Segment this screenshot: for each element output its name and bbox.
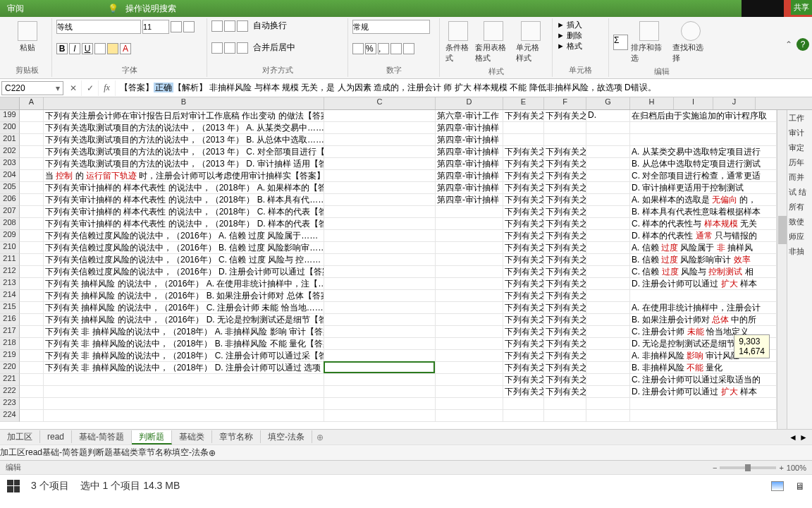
cell-G213[interactable]: [586, 278, 630, 289]
cell-G214[interactable]: [586, 290, 630, 301]
cell-H207[interactable]: B. 样本具有代表性意味着根据样本: [630, 206, 777, 217]
col-header-I[interactable]: I: [674, 97, 713, 109]
cell-D203[interactable]: 第四章-审计抽样: [436, 158, 503, 169]
cell-A201[interactable]: [20, 134, 44, 145]
cell-E218[interactable]: 下列有关之: [503, 338, 544, 349]
cell-H208[interactable]: C. 样本的代表性与 样本规模 无关: [630, 218, 777, 229]
cell-D221[interactable]: [436, 374, 503, 385]
sheet-tab-判断题[interactable]: 判断题: [132, 430, 172, 445]
cell-D224[interactable]: [436, 410, 503, 421]
bold-button[interactable]: B: [56, 43, 68, 54]
cell-C204[interactable]: [324, 170, 436, 181]
cell-B208[interactable]: 下列有关审计抽样的 样本代表性 的说法中，（2018年） D. 样本的代表【答案…: [44, 218, 324, 229]
align-right[interactable]: [237, 42, 248, 54]
cell-F217[interactable]: 下列有关之: [544, 326, 586, 337]
cell-E222[interactable]: 下列有关之: [503, 386, 544, 397]
cell-G212[interactable]: [586, 266, 630, 277]
cell-G209[interactable]: [586, 230, 630, 241]
autosum-button[interactable]: Σ: [613, 35, 628, 50]
cancel-edit-button[interactable]: ✕: [65, 80, 82, 96]
cell-E209[interactable]: 下列有关之: [503, 230, 544, 241]
cell-F213[interactable]: 下列有关之: [544, 278, 586, 289]
cell-G224[interactable]: [586, 410, 630, 421]
cell-C209[interactable]: [324, 230, 436, 241]
cell-A200[interactable]: [20, 122, 44, 133]
cell-C223[interactable]: [324, 398, 436, 409]
col-header-D[interactable]: D: [436, 97, 503, 109]
sort-filter-button[interactable]: 排序和筛选: [629, 20, 669, 65]
cell-F206[interactable]: 下列有关之: [544, 194, 586, 205]
cell-B200[interactable]: 下列有关选取测试项目的方法的说法中，（2013 年） A. 从某类交易中……: [44, 122, 324, 133]
cell-D200[interactable]: 第四章-审计抽样: [436, 122, 503, 133]
row-header-206[interactable]: 206: [0, 194, 20, 206]
cell-E201[interactable]: [503, 134, 544, 145]
cell-E204[interactable]: 下列有关之: [503, 170, 544, 181]
cell-E221[interactable]: 下列有关之: [503, 374, 544, 385]
table-format-button[interactable]: 套用表格格式: [474, 20, 513, 65]
cell-B219[interactable]: 下列有关 非 抽样风险的说法中，（2018年） C. 注册会计师可以通过采【答案…: [44, 350, 324, 361]
cell-E203[interactable]: 下列有关之: [503, 158, 544, 169]
cell-A224[interactable]: [20, 410, 44, 421]
cell-F203[interactable]: 下列有关之: [544, 158, 586, 169]
row-header-209[interactable]: 209: [0, 230, 20, 242]
row-header-216[interactable]: 216: [0, 314, 20, 326]
select-all-corner[interactable]: [0, 97, 20, 110]
row-header-211[interactable]: 211: [0, 254, 20, 266]
row-header-214[interactable]: 214: [0, 290, 20, 302]
cell-B222[interactable]: [44, 386, 324, 397]
find-select-button[interactable]: 查找和选择: [671, 20, 710, 65]
fx-button[interactable]: fx: [99, 80, 116, 96]
cell-A220[interactable]: [20, 362, 44, 373]
cell-C219[interactable]: [324, 350, 436, 361]
zoom-out-button[interactable]: −: [713, 464, 717, 472]
tray-window-icon[interactable]: [771, 481, 784, 491]
cell-B207[interactable]: 下列有关审计抽样的 样本代表性 的说法中，（2018年） C. 样本的代表【答案…: [44, 206, 324, 217]
cell-B209[interactable]: 下列有关信赖过度风险的说法中，（2016年） A. 信赖 过度 风险属于……: [44, 230, 324, 241]
cell-A204[interactable]: [20, 170, 44, 181]
cell-A209[interactable]: [20, 230, 44, 241]
cell-D222[interactable]: [436, 386, 503, 397]
cell-D211[interactable]: [436, 254, 503, 265]
cell-B202[interactable]: 下列有关选取测试项目的方法的说法中，（2013 年） C. 对全部项目进行【答案…: [44, 146, 324, 157]
cell-G208[interactable]: [586, 218, 630, 229]
cell-B216[interactable]: 下列有关 抽样风险 的说法中，（2016年） D. 无论是控制测试还是细节【答案…: [44, 314, 324, 325]
paste-button[interactable]: 粘贴: [7, 20, 47, 54]
cell-B224[interactable]: [44, 410, 324, 421]
align-bot[interactable]: [237, 20, 248, 32]
cell-F209[interactable]: 下列有关之: [544, 230, 586, 241]
insert-cells-button[interactable]: ► 插入: [557, 20, 604, 30]
cell-G211[interactable]: [586, 254, 630, 265]
cell-H213[interactable]: D. 注册会计师可以通过 扩大 样本: [630, 278, 777, 289]
align-top[interactable]: [211, 20, 223, 32]
cell-D202[interactable]: 第四章-审计抽样: [436, 146, 503, 157]
cell-H214[interactable]: [630, 290, 777, 301]
cell-G218[interactable]: [586, 338, 630, 349]
col-header-B[interactable]: B: [44, 97, 324, 109]
cell-C220[interactable]: [324, 362, 436, 373]
cell-D207[interactable]: [436, 206, 503, 217]
cell-A217[interactable]: [20, 326, 44, 337]
cell-B206[interactable]: 下列有关审计抽样的 样本代表性 的说法中，（2018年） B. 样本具有代……: [44, 194, 324, 205]
cell-A219[interactable]: [20, 350, 44, 361]
cell-F216[interactable]: 下列有关之: [544, 314, 586, 325]
format-cells-button[interactable]: ► 格式: [557, 41, 604, 52]
cell-G216[interactable]: [586, 314, 630, 325]
cell-A199[interactable]: [20, 110, 44, 121]
row-header-201[interactable]: 201: [0, 134, 20, 146]
sheet-tab-加工区[interactable]: 加工区: [0, 430, 40, 443]
cell-E220[interactable]: 下列有关之: [503, 362, 544, 373]
sheet-tab-read[interactable]: read: [40, 430, 72, 443]
cell-C207[interactable]: [324, 206, 436, 217]
percent-button[interactable]: %: [365, 43, 376, 54]
cell-H220[interactable]: B. 非抽样风险 不能 量化: [630, 362, 777, 373]
cell-B220[interactable]: 下列有关 非 抽样风险的说法中，（2018年） D. 注册会计师可以通过 选项 …: [44, 362, 324, 373]
cell-E210[interactable]: 下列有关之: [503, 242, 544, 253]
row-header-207[interactable]: 207: [0, 206, 20, 218]
col-header-G[interactable]: G: [586, 97, 630, 109]
zoom-slider[interactable]: [720, 466, 776, 469]
cell-G199[interactable]: D.: [586, 110, 630, 121]
cell-F215[interactable]: 下列有关之: [544, 302, 586, 313]
sheet-tab-填空-法条[interactable]: 填空-法条: [172, 447, 209, 457]
cell-A207[interactable]: [20, 206, 44, 217]
cell-E223[interactable]: [503, 398, 544, 409]
